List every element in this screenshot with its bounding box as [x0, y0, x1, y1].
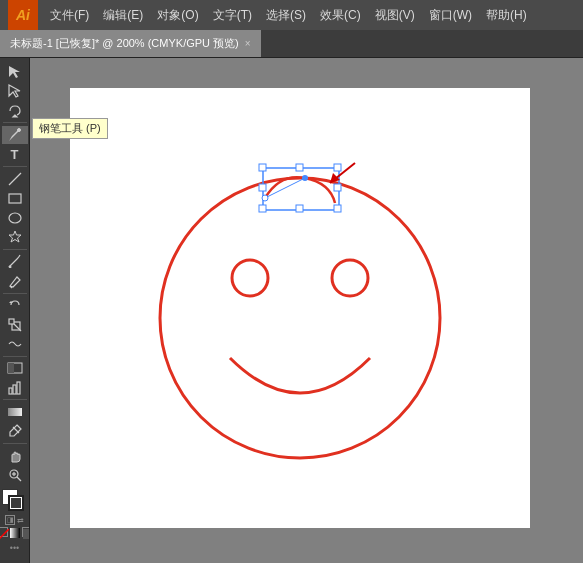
menu-file[interactable]: 文件(F)	[44, 5, 95, 26]
svg-rect-4	[9, 194, 21, 203]
menu-window[interactable]: 窗口(W)	[423, 5, 478, 26]
svg-point-26	[160, 178, 440, 458]
drawing-layer	[70, 88, 530, 528]
svg-point-27	[232, 260, 268, 296]
color-section: ◨ ⇄	[0, 485, 29, 559]
svg-rect-16	[17, 382, 20, 394]
svg-rect-36	[259, 184, 266, 191]
tab-bar: 未标题-1 [已恢复]* @ 200% (CMYK/GPU 预览) ×	[0, 30, 583, 58]
divider-2	[3, 166, 27, 167]
tool-line[interactable]	[2, 170, 28, 187]
svg-point-40	[302, 175, 308, 181]
tab-title: 未标题-1 [已恢复]* @ 200% (CMYK/GPU 预览)	[10, 36, 239, 51]
tab-close-button[interactable]: ×	[245, 38, 251, 49]
menu-help[interactable]: 帮助(H)	[480, 5, 533, 26]
toolbar: 钢笔工具 (P) T	[0, 58, 30, 563]
svg-rect-32	[259, 205, 266, 212]
svg-line-3	[9, 173, 21, 185]
tool-pen[interactable]	[2, 126, 28, 143]
svg-rect-25	[23, 529, 31, 539]
tool-type[interactable]: T	[2, 146, 28, 163]
svg-marker-1	[9, 85, 20, 97]
fill-stroke-swatches[interactable]	[2, 489, 28, 513]
svg-point-5	[9, 213, 21, 223]
tool-hand[interactable]	[2, 447, 28, 464]
swap-colors-icon[interactable]: ⇄	[17, 516, 24, 525]
svg-rect-31	[334, 164, 341, 171]
svg-rect-10	[9, 319, 14, 324]
svg-rect-15	[13, 385, 16, 394]
divider-6	[3, 399, 27, 400]
main-layout: 钢笔工具 (P) T	[0, 58, 583, 563]
svg-line-23	[0, 529, 9, 539]
svg-rect-14	[9, 388, 12, 394]
svg-marker-0	[9, 66, 20, 78]
divider-3	[3, 249, 27, 250]
gradient-fill-icon[interactable]	[22, 527, 31, 537]
svg-line-20	[17, 477, 21, 481]
tool-scale[interactable]	[2, 316, 28, 333]
tool-rect[interactable]	[2, 189, 28, 206]
svg-line-18	[13, 427, 19, 433]
tool-lasso[interactable]	[2, 102, 28, 119]
divider-7	[3, 443, 27, 444]
tool-gradient[interactable]	[2, 403, 28, 420]
tool-pencil[interactable]	[2, 272, 28, 289]
divider-1	[3, 122, 27, 123]
title-bar: Ai 文件(F) 编辑(E) 对象(O) 文字(T) 选择(S) 效果(C) 视…	[0, 0, 583, 30]
active-tab[interactable]: 未标题-1 [已恢复]* @ 200% (CMYK/GPU 预览) ×	[0, 30, 261, 57]
tool-brush[interactable]	[2, 253, 28, 270]
tool-ellipse[interactable]	[2, 209, 28, 226]
tool-graph[interactable]	[2, 379, 28, 396]
svg-rect-17	[8, 408, 22, 416]
svg-rect-33	[334, 205, 341, 212]
svg-marker-6	[9, 231, 21, 242]
app-logo: Ai	[8, 0, 38, 30]
svg-rect-13	[8, 363, 14, 373]
menu-select[interactable]: 选择(S)	[260, 5, 312, 26]
svg-point-2	[17, 128, 20, 131]
tool-image[interactable]	[2, 360, 28, 377]
menu-view[interactable]: 视图(V)	[369, 5, 421, 26]
svg-rect-37	[334, 184, 341, 191]
menu-object[interactable]: 对象(O)	[151, 5, 204, 26]
color-controls: ◨ ⇄	[5, 515, 24, 525]
default-colors-icon[interactable]: ◨	[5, 515, 15, 525]
menu-edit[interactable]: 编辑(E)	[97, 5, 149, 26]
menu-bar[interactable]: 文件(F) 编辑(E) 对象(O) 文字(T) 选择(S) 效果(C) 视图(V…	[44, 5, 533, 26]
divider-4	[3, 293, 27, 294]
more-tools-button[interactable]: •••	[10, 543, 19, 553]
svg-rect-35	[296, 205, 303, 212]
tool-zoom[interactable]	[2, 466, 28, 483]
tool-star[interactable]	[2, 228, 28, 245]
tool-direct-select[interactable]	[2, 82, 28, 99]
svg-rect-34	[296, 164, 303, 171]
svg-point-39	[262, 195, 268, 201]
tool-rotate[interactable]	[2, 296, 28, 313]
svg-rect-30	[259, 164, 266, 171]
menu-effect[interactable]: 效果(C)	[314, 5, 367, 26]
tool-select[interactable]	[2, 63, 28, 80]
divider-5	[3, 356, 27, 357]
stroke-swatch[interactable]	[8, 495, 24, 511]
tool-warp[interactable]	[2, 335, 28, 352]
fill-type-row	[0, 527, 30, 537]
tool-eyedropper[interactable]	[2, 423, 28, 440]
menu-text[interactable]: 文字(T)	[207, 5, 258, 26]
none-fill-icon[interactable]	[0, 527, 8, 537]
svg-rect-24	[10, 528, 20, 538]
svg-point-28	[332, 260, 368, 296]
canvas-area[interactable]	[30, 58, 583, 563]
color-fill-icon[interactable]	[10, 527, 20, 537]
